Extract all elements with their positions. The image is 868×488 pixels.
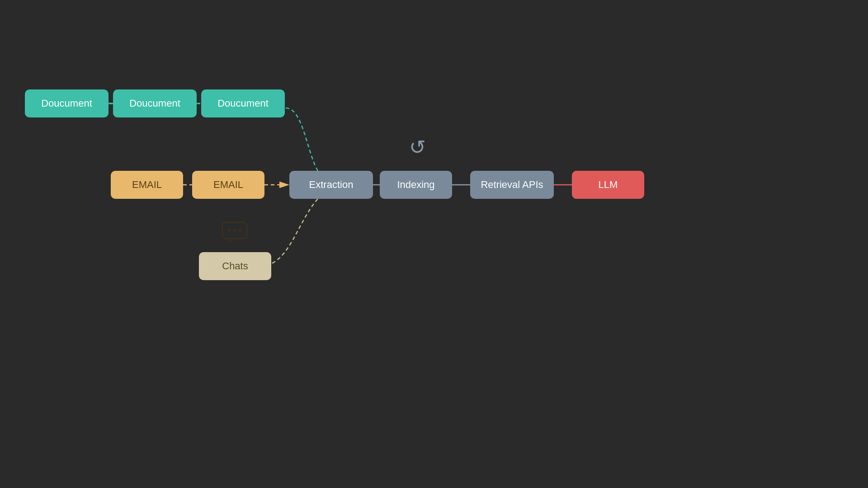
node-document-3[interactable]: Doucument: [201, 89, 285, 117]
node-document-2[interactable]: Doucument: [113, 89, 197, 117]
diagram-container: ↻ Doucument Doucument Doucument EMAIL EM…: [0, 0, 868, 488]
svg-point-12: [233, 229, 236, 232]
node-indexing[interactable]: Indexing: [380, 171, 452, 199]
svg-point-11: [228, 229, 231, 232]
node-extraction[interactable]: Extraction: [289, 171, 373, 199]
node-chats[interactable]: Chats: [199, 252, 271, 280]
refresh-icon: ↻: [409, 136, 426, 159]
node-llm[interactable]: LLM: [572, 171, 644, 199]
node-retrieval-apis[interactable]: Retrieval APIs: [470, 171, 554, 199]
node-document-1[interactable]: Doucument: [25, 89, 108, 117]
chat-bubble-icon: [222, 221, 248, 248]
node-email-1[interactable]: EMAIL: [111, 171, 183, 199]
svg-point-13: [239, 229, 242, 232]
node-email-2[interactable]: EMAIL: [192, 171, 264, 199]
